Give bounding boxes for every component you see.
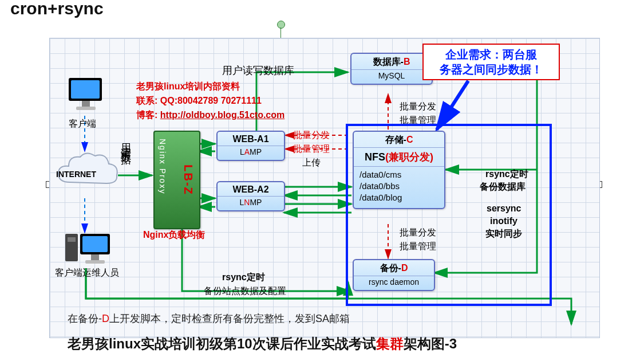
page-title: cron+rsync (10, 0, 104, 18)
sync-scope-rect (346, 124, 552, 306)
stack-post: MP (250, 147, 262, 156)
user-rw-db-label: 用户读写数据库 (222, 65, 294, 76)
stack-pre: L (240, 147, 244, 156)
stack-post: MP (250, 198, 262, 207)
internet-label: INTERNET (56, 168, 96, 180)
user-request-text: 用户请求数据 (120, 135, 132, 149)
web-a2-name: WEB-A2 (232, 185, 268, 194)
db-name-letter: B (404, 57, 410, 66)
requirement-callout: 企业需求：两台服 务器之间同步数据！ (422, 44, 560, 80)
batch-dist-db-label: 批量分发 (400, 101, 436, 112)
blog-url[interactable]: http://oldboy.blog.51cto.com (160, 110, 285, 120)
contact-line3: 博客: http://oldboy.blog.51cto.com (136, 109, 285, 121)
rotation-stem (280, 28, 281, 38)
footer-note-b: D (102, 313, 109, 324)
backup-site-cfg-label: 备份站点数据及配置 (204, 285, 286, 297)
db-box: 数据库-B MySQL (350, 53, 433, 85)
contact-line1: 老男孩linux培训内部资料 (136, 81, 240, 92)
diagram-title-c: 架构图-3 (404, 336, 457, 351)
nginx-balance-label: Nginx负载均衡 (143, 229, 205, 241)
stack-mid: A (244, 147, 250, 156)
callout-line1: 企业需求：两台服 (427, 47, 555, 62)
diagram-canvas: 客户端 INTERNET 用户请求数据 客户端运维人员 老男孩linux培训内部… (10, 21, 633, 356)
footer-note-a: 在备份- (68, 313, 102, 324)
rotation-handle[interactable] (277, 21, 285, 29)
nginx-proxy-label: Nginx Proxy (158, 139, 167, 194)
contact-qq: 80042789 70271111 (177, 96, 262, 105)
batch-dist-web-label: 批量分发 (293, 130, 330, 141)
client-label: 客户端 (69, 118, 96, 130)
diagram-title: 老男孩linux实战培训初级第10次课后作业实战考试集群架构图-3 (68, 335, 457, 353)
contact-prefix: 联系: QQ: (136, 96, 177, 105)
blog-prefix: 博客: (136, 110, 160, 120)
nginx-lbz-label: LB-Z (181, 164, 195, 195)
diagram-title-a: 老男孩linux实战培训初级第10次课后作业实战考试 (68, 336, 376, 351)
corner-marker (572, 0, 641, 6)
footer-note: 在备份-D上开发脚本，定时检查所有备份完整性，发到SA邮箱 (68, 312, 350, 325)
ops-computer-icon (65, 234, 113, 264)
db-name: 数据库- (373, 57, 404, 66)
web-a1-name: WEB-A1 (232, 134, 268, 144)
nginx-lb-box: Nginx Proxy LB-Z (153, 131, 200, 229)
diagram-title-b: 集群 (376, 336, 404, 351)
web-a2-box: WEB-A2 LNMP (216, 181, 285, 211)
batch-mgmt-web-label: 批量管理 (293, 143, 330, 155)
stack-mid: N (244, 198, 250, 207)
upload-label: 上传 (302, 157, 321, 168)
rsync-timed-label: rsync定时 (222, 272, 265, 283)
contact-line2: 联系: QQ:80042789 70271111 (136, 95, 262, 107)
db-engine: MySQL (351, 69, 432, 84)
ops-client-label: 客户端运维人员 (55, 267, 119, 278)
callout-line2: 务器之间同步数据！ (427, 62, 555, 77)
footer-note-c: 上开发脚本，定时检查所有备份完整性，发到SA邮箱 (109, 313, 350, 324)
web-a1-box: WEB-A1 LAMP (216, 131, 285, 161)
client-computer-icon (69, 78, 103, 110)
